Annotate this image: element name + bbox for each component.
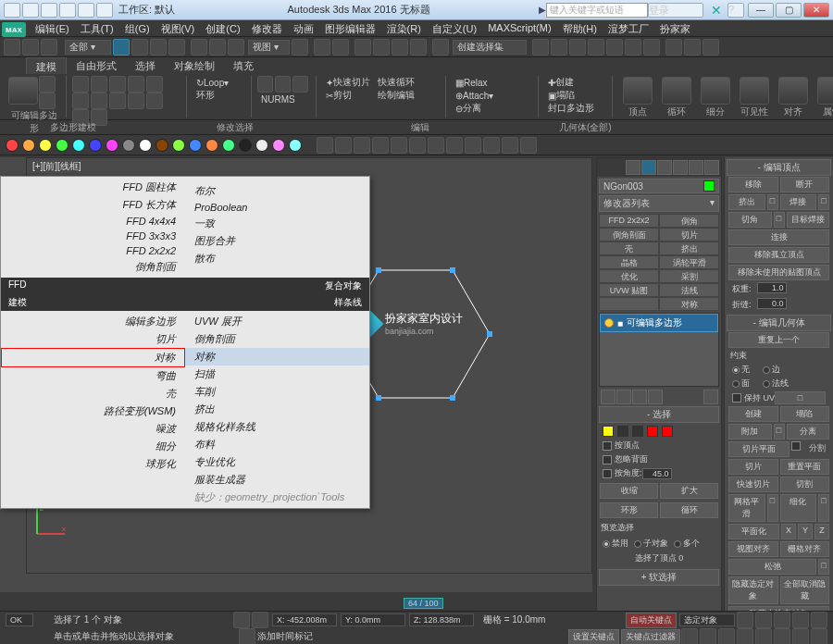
attach-btn[interactable]: ⊕ Attach ▾ xyxy=(452,89,532,102)
space-icon[interactable] xyxy=(391,137,407,154)
scale-icon[interactable] xyxy=(228,39,244,56)
tab-object-paint[interactable]: 对象绘制 xyxy=(165,57,224,74)
helper-icon[interactable] xyxy=(372,137,389,154)
play-start-icon[interactable] xyxy=(737,612,753,628)
y-coord-input[interactable]: Y: 0.0mm xyxy=(341,613,405,626)
connect-button[interactable]: 连接 xyxy=(728,229,829,245)
menu-help[interactable]: 帮助(H) xyxy=(557,20,603,36)
ctx-normalize[interactable]: 规格化样条线 xyxy=(185,418,369,436)
matball-icon[interactable] xyxy=(72,139,85,152)
nav-zoom-icon[interactable] xyxy=(700,628,716,644)
pin-stack-icon[interactable] xyxy=(601,390,615,404)
qat-undo-icon[interactable] xyxy=(78,3,94,18)
cmd-display-icon[interactable] xyxy=(689,160,703,175)
auto-key-button[interactable]: 自动关键点 xyxy=(626,613,677,628)
matball-icon[interactable] xyxy=(172,139,185,152)
menu-edit[interactable]: 编辑(E) xyxy=(30,20,75,36)
loop-btn[interactable] xyxy=(662,77,691,105)
grid-align-button[interactable]: 栅格对齐 xyxy=(780,541,830,557)
matball-icon[interactable] xyxy=(22,139,35,152)
util5-icon[interactable] xyxy=(502,137,518,154)
nav-zoom-ext-icon[interactable] xyxy=(792,628,809,644)
unhide-all-button[interactable]: 全部取消隐藏 xyxy=(780,576,830,604)
preview-multi-radio[interactable] xyxy=(674,540,681,548)
mirror-icon[interactable] xyxy=(532,39,549,56)
rb-icon[interactable] xyxy=(91,93,107,109)
collapse-button[interactable]: 塌陷 xyxy=(780,406,830,422)
keyboard-icon[interactable] xyxy=(332,39,349,56)
mod-optimize[interactable]: 优化 xyxy=(599,269,659,283)
mod-lattice[interactable]: 晶格 xyxy=(599,255,659,269)
detach-btn[interactable]: ⊖ 分离 xyxy=(452,102,532,115)
mod-slice[interactable]: 切片 xyxy=(659,228,719,242)
add-time-tag[interactable]: 添加时间标记 xyxy=(257,630,313,643)
qat-save-icon[interactable] xyxy=(59,3,76,18)
ctx-sweep[interactable]: 扫描 xyxy=(185,365,369,383)
matball-icon[interactable] xyxy=(89,139,102,152)
util3-icon[interactable] xyxy=(465,137,481,154)
rb-icon[interactable] xyxy=(128,76,144,93)
matball-icon[interactable] xyxy=(139,139,152,152)
ignore-back-checkbox[interactable] xyxy=(603,455,612,464)
ctx-bend[interactable]: 弯曲 xyxy=(1,367,185,385)
nav-max-icon[interactable] xyxy=(737,628,753,644)
time-slider[interactable]: 64 / 100 xyxy=(404,598,443,609)
select-name-icon[interactable] xyxy=(131,39,148,56)
quick-slice-button[interactable]: 快速切片 xyxy=(728,477,778,492)
ctx-spherify[interactable]: 球形化 xyxy=(1,455,185,473)
x-coord-input[interactable]: X: -452.008m xyxy=(272,613,337,626)
ring-button[interactable]: 环形 xyxy=(600,502,658,518)
hide-sel-button[interactable]: 隐藏选定对象 xyxy=(728,576,778,604)
close-button[interactable]: ✕ xyxy=(803,3,829,18)
rollout-edit-vertex[interactable]: - 编辑顶点 xyxy=(727,159,831,176)
cmd-create-icon[interactable] xyxy=(626,160,640,175)
snap-icon[interactable] xyxy=(354,39,371,56)
detach-button[interactable]: 分离 xyxy=(787,424,830,440)
nav-max-toggle-icon[interactable] xyxy=(811,628,827,644)
collapse-btn[interactable]: ▣ 塌陷 xyxy=(544,89,606,102)
ctx-shell[interactable]: 壳 xyxy=(1,385,185,402)
chamfer-settings[interactable]: □ xyxy=(774,212,785,228)
util4-icon[interactable] xyxy=(483,137,500,154)
subobj-element-icon[interactable] xyxy=(662,426,673,437)
render-frame-icon[interactable] xyxy=(684,39,701,56)
editable-poly-button[interactable] xyxy=(8,77,38,105)
modifier-stack[interactable]: ■可编辑多边形 xyxy=(599,313,719,387)
remove-unused-button[interactable]: 移除未使用的贴图顶点 xyxy=(728,265,829,280)
ctx-ffd-box[interactable]: FFD 长方体 xyxy=(1,196,185,214)
subobj-edge-icon[interactable] xyxy=(617,426,628,437)
set-key-button[interactable]: 设置关键点 xyxy=(568,629,619,645)
create-button[interactable]: 创建 xyxy=(728,406,778,422)
constrain-face-radio[interactable] xyxy=(732,380,740,388)
key-mode-dropdown[interactable]: 选定对象 xyxy=(679,613,735,626)
planar-x[interactable]: X xyxy=(781,524,796,539)
modifier-list-dropdown[interactable]: 修改器列表▾ xyxy=(599,195,719,212)
curve-editor-icon[interactable] xyxy=(606,39,623,56)
ctx-edit-poly[interactable]: 编辑多边形 xyxy=(1,313,185,330)
percent-snap-icon[interactable] xyxy=(392,39,408,56)
menu-banjiajia[interactable]: 扮家家 xyxy=(654,20,696,36)
subobj-vertex-icon[interactable]: ∴ xyxy=(603,426,614,437)
subobj-poly-icon[interactable] xyxy=(647,426,658,437)
slice-button[interactable]: 切片 xyxy=(728,459,778,475)
menu-renderdream[interactable]: 渲梦工厂 xyxy=(603,20,654,36)
cut-btn[interactable]: ✂ 剪切 xyxy=(322,89,374,102)
by-angle-checkbox[interactable] xyxy=(603,469,612,478)
matball-icon[interactable] xyxy=(155,139,168,152)
ctx-ffd-cyl[interactable]: FFD 圆柱体 xyxy=(1,179,185,196)
select-icon[interactable] xyxy=(113,39,130,56)
props-btn[interactable] xyxy=(817,77,833,105)
ctx-symmetry[interactable]: 对称 xyxy=(1,348,185,367)
ctx-symmetry2[interactable]: 对称 xyxy=(185,348,369,365)
align-btn[interactable] xyxy=(778,77,808,105)
vertex-mode-icon[interactable] xyxy=(39,76,56,93)
bind-icon[interactable] xyxy=(41,39,57,56)
workspace-label[interactable]: 工作区: 默认 xyxy=(118,3,175,17)
menu-views[interactable]: 视图(V) xyxy=(155,20,201,36)
rb-icon[interactable] xyxy=(257,76,273,93)
menu-graph[interactable]: 图形编辑器 xyxy=(319,20,381,36)
attach-settings[interactable]: □ xyxy=(774,424,785,440)
matball-icon[interactable] xyxy=(255,139,268,152)
ref-coord[interactable]: 视图 ▾ xyxy=(248,40,290,55)
matball-icon[interactable] xyxy=(189,139,202,152)
